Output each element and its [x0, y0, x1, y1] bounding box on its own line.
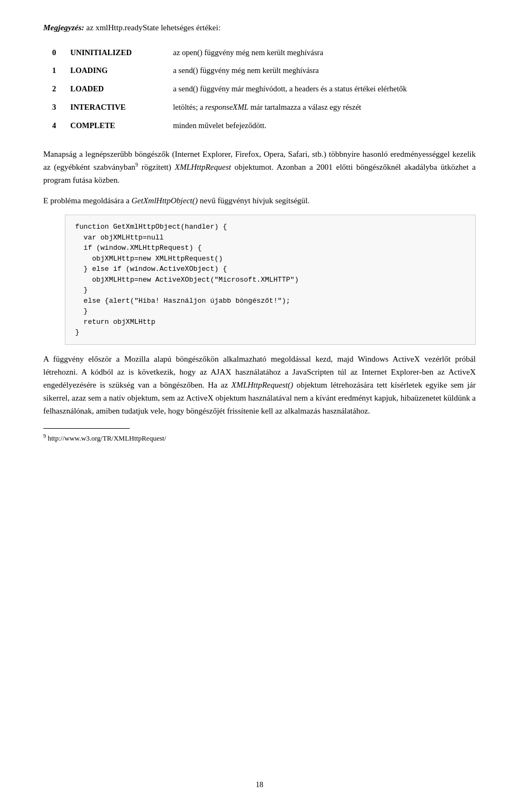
state-table: 0UNINITIALIZEDaz open() függvény még nem… — [43, 44, 476, 135]
para2-post: nevű függvényt hívjuk segítségül. — [198, 196, 310, 205]
state-description: a send() függvény még nem került meghívá… — [168, 62, 476, 80]
footnote-number: 9 — [43, 433, 46, 439]
state-number: 0 — [43, 44, 65, 62]
footnote-separator — [43, 428, 130, 429]
paragraph-1: Manapság a legnépszerűbb böngészők (Inte… — [43, 148, 476, 187]
note-label: Megjegyzés: — [43, 23, 84, 32]
para2-pre: E probléma megoldására a — [43, 196, 131, 205]
state-name: INTERACTIVE — [65, 98, 168, 117]
footnote-text: 9 http://www.w3.org/TR/XMLHttpRequest/ — [43, 432, 476, 444]
note-intro: Megjegyzés: az xmlHttp.readyState lehets… — [43, 22, 476, 34]
table-row: 3INTERACTIVEletöltés; a responseXML már … — [43, 98, 476, 117]
page-footer: 18 — [0, 779, 519, 790]
state-name: LOADING — [65, 62, 168, 80]
state-description: minden művelet befejeződött. — [168, 117, 476, 135]
para2-italic: GetXmlHttpObject() — [131, 196, 197, 205]
paragraph-3: A függvény először a Mozilla alapú böngé… — [43, 352, 476, 417]
state-number: 3 — [43, 98, 65, 117]
state-number: 2 — [43, 80, 65, 98]
footnote-url: http://www.w3.org/TR/XMLHttpRequest/ — [48, 434, 166, 442]
state-description: az open() függvény még nem került meghív… — [168, 44, 476, 62]
code-block: function GetXmlHttpObject(handler) { var… — [65, 215, 476, 345]
table-row: 2LOADEDa send() függvény már meghívódott… — [43, 80, 476, 98]
table-row: 4COMPLETEminden művelet befejeződött. — [43, 117, 476, 135]
paragraph-2: E probléma megoldására a GetXmlHttpObjec… — [43, 194, 476, 207]
state-name: COMPLETE — [65, 117, 168, 135]
state-name: UNINITIALIZED — [65, 44, 168, 62]
page-number: 18 — [256, 781, 263, 789]
state-number: 4 — [43, 117, 65, 135]
state-description: letöltés; a responseXML már tartalmazza … — [168, 98, 476, 117]
state-name: LOADED — [65, 80, 168, 98]
note-text: az xmlHttp.readyState lehetséges értékei… — [86, 23, 221, 32]
state-number: 1 — [43, 62, 65, 80]
table-row: 0UNINITIALIZEDaz open() függvény még nem… — [43, 44, 476, 62]
table-row: 1LOADINGa send() függvény még nem került… — [43, 62, 476, 80]
state-description: a send() függvény már meghívódott, a hea… — [168, 80, 476, 98]
